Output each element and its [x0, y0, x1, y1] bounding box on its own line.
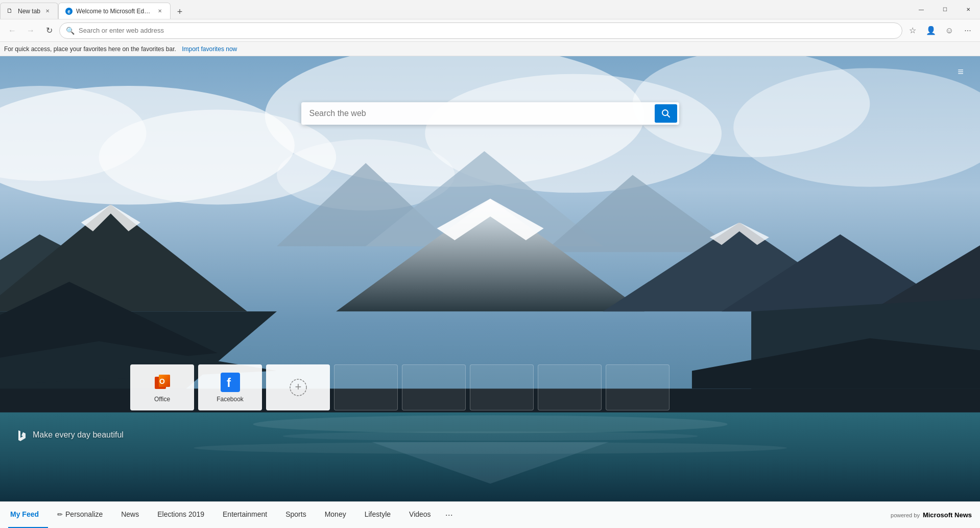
- page-icon: 🗋: [7, 7, 15, 15]
- news-item-entertainment[interactable]: Entertainment: [213, 502, 276, 529]
- news-item-elections[interactable]: Elections 2019: [148, 502, 213, 529]
- quick-links: O Office f Facebook: [130, 364, 670, 410]
- quick-link-empty-5[interactable]: [606, 364, 670, 410]
- videos-label: Videos: [409, 510, 431, 518]
- elections-label: Elections 2019: [157, 510, 204, 518]
- tab-new-tab-close[interactable]: ✕: [43, 7, 52, 15]
- money-label: Money: [325, 510, 346, 518]
- bing-credit: Make every day beautiful: [15, 429, 124, 441]
- svg-point-30: [253, 416, 728, 433]
- add-icon: +: [288, 377, 308, 398]
- menu-button[interactable]: ≡: [951, 62, 970, 81]
- powered-by: powered by Microsoft News: [891, 511, 972, 519]
- pencil-icon: ✏: [57, 511, 63, 518]
- nav-bar: ← → ↻ 🔍 ☆ 👤 ☺ ···: [0, 19, 980, 42]
- bing-credit-text: Make every day beautiful: [33, 430, 124, 440]
- quick-link-add[interactable]: +: [266, 364, 330, 410]
- more-button[interactable]: ···: [960, 22, 976, 39]
- news-navigation: My Feed ✏ Personalize News Elections 201…: [8, 502, 891, 529]
- tab-edge-welcome-label: Welcome to Microsoft Edge Dev: [76, 8, 153, 15]
- favorite-button[interactable]: ☆: [904, 22, 921, 39]
- office-icon: O: [152, 372, 173, 393]
- svg-text:f: f: [227, 376, 231, 389]
- news-item-my-feed[interactable]: My Feed: [8, 502, 48, 529]
- tab-edge-welcome-close[interactable]: ✕: [156, 7, 164, 15]
- import-favorites-link[interactable]: Import favorites now: [182, 45, 237, 53]
- my-feed-label: My Feed: [10, 510, 39, 518]
- nav-actions: ☆ 👤 ☺ ···: [904, 22, 976, 39]
- news-label: News: [121, 510, 139, 518]
- tab-bar: 🗋 New tab ✕ e Welcome to Microsoft Edge …: [0, 0, 910, 19]
- search-button[interactable]: [655, 104, 677, 123]
- window-controls: — ☐ ✕: [910, 0, 980, 19]
- bing-logo-icon: [15, 429, 28, 441]
- powered-by-text: powered by: [891, 512, 920, 518]
- search-container: [301, 102, 679, 125]
- news-item-lifestyle[interactable]: Lifestyle: [355, 502, 400, 529]
- news-item-personalize[interactable]: ✏ Personalize: [48, 502, 112, 529]
- emoji-button[interactable]: ☺: [941, 22, 958, 39]
- tab-new-tab-label: New tab: [18, 8, 40, 15]
- browser-frame: 🗋 New tab ✕ e Welcome to Microsoft Edge …: [0, 0, 980, 528]
- title-bar: 🗋 New tab ✕ e Welcome to Microsoft Edge …: [0, 0, 980, 19]
- news-more-button[interactable]: ···: [440, 502, 458, 529]
- minimize-button[interactable]: —: [910, 0, 933, 19]
- forward-button[interactable]: →: [22, 22, 39, 39]
- address-bar[interactable]: 🔍: [59, 22, 902, 39]
- news-item-news[interactable]: News: [112, 502, 148, 529]
- quick-link-empty-1[interactable]: [334, 364, 398, 410]
- search-box: [301, 102, 679, 125]
- quick-link-empty-4[interactable]: [538, 364, 602, 410]
- svg-point-31: [283, 431, 698, 441]
- profile-button[interactable]: 👤: [923, 22, 939, 39]
- close-button[interactable]: ✕: [957, 0, 980, 19]
- facebook-label: Facebook: [217, 396, 244, 403]
- news-item-videos[interactable]: Videos: [400, 502, 440, 529]
- lifestyle-label: Lifestyle: [365, 510, 391, 518]
- tab-new-tab[interactable]: 🗋 New tab ✕: [0, 3, 58, 19]
- search-input[interactable]: [309, 109, 655, 118]
- tab-edge-welcome[interactable]: e Welcome to Microsoft Edge Dev ✕: [58, 3, 171, 19]
- quick-link-office[interactable]: O Office: [130, 364, 194, 410]
- personalize-label: Personalize: [65, 510, 103, 518]
- quick-link-empty-2[interactable]: [402, 364, 466, 410]
- edge-icon: e: [65, 7, 73, 15]
- address-input[interactable]: [79, 27, 896, 34]
- svg-text:+: +: [295, 380, 301, 393]
- entertainment-label: Entertainment: [223, 510, 267, 518]
- office-label: Office: [154, 396, 170, 403]
- quick-link-facebook[interactable]: f Facebook: [198, 364, 262, 410]
- new-tab-button[interactable]: +: [173, 5, 187, 19]
- favorites-bar: For quick access, place your favorites h…: [0, 42, 980, 56]
- news-item-money[interactable]: Money: [316, 502, 355, 529]
- favorites-bar-text: For quick access, place your favorites h…: [4, 45, 176, 53]
- facebook-icon: f: [220, 372, 241, 393]
- svg-line-35: [667, 115, 670, 118]
- quick-link-empty-3[interactable]: [470, 364, 534, 410]
- main-content: ≡: [0, 56, 980, 528]
- svg-text:O: O: [159, 377, 165, 385]
- svg-text:e: e: [67, 9, 70, 14]
- maximize-button[interactable]: ☐: [933, 0, 957, 19]
- sports-label: Sports: [285, 510, 306, 518]
- ms-news-logo: Microsoft News: [923, 511, 972, 519]
- refresh-button[interactable]: ↻: [41, 22, 57, 39]
- news-item-sports[interactable]: Sports: [276, 502, 315, 529]
- news-bar: My Feed ✏ Personalize News Elections 201…: [0, 501, 980, 528]
- search-icon: 🔍: [66, 27, 75, 35]
- back-button[interactable]: ←: [4, 22, 20, 39]
